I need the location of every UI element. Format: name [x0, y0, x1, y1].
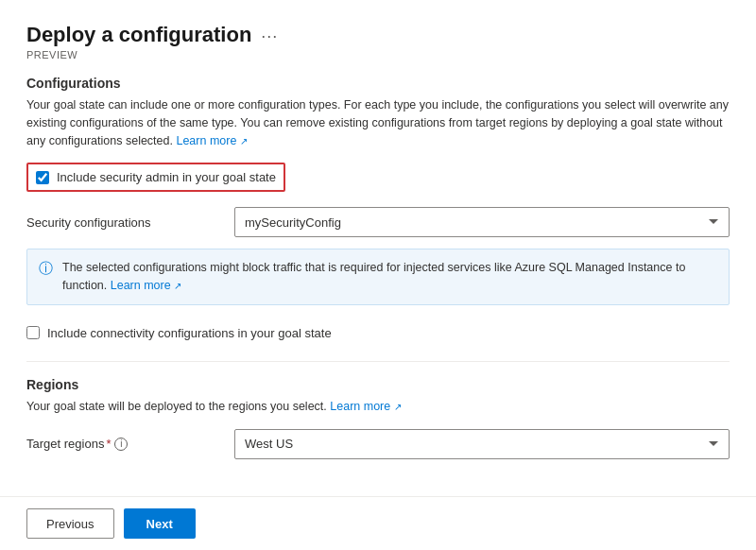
previous-button[interactable]: Previous [26, 508, 114, 539]
security-info-box: ⓘ The selected configurations might bloc… [26, 249, 730, 305]
configurations-description: Your goal state can include one or more … [26, 96, 730, 149]
page-title: Deploy a configuration [26, 23, 251, 47]
security-configurations-select[interactable]: mySecurityConfig [234, 207, 730, 237]
regions-description: Your goal state will be deployed to the … [26, 398, 730, 416]
target-regions-label: Target regions * i [26, 437, 234, 451]
security-configurations-row: Security configurations mySecurityConfig [26, 207, 730, 237]
external-link-icon: ↗ [240, 136, 248, 146]
security-admin-checkbox[interactable] [36, 171, 49, 184]
target-regions-select[interactable]: West US East US Central US West Europe E… [234, 429, 730, 459]
connectivity-checkbox-label[interactable]: Include connectivity configurations in y… [47, 326, 332, 340]
preview-badge: PREVIEW [26, 49, 730, 60]
footer: Previous Next [0, 496, 756, 550]
section-divider [26, 361, 730, 362]
configurations-section-title: Configurations [26, 76, 730, 91]
target-regions-control: West US East US Central US West Europe E… [234, 429, 730, 459]
security-configurations-control: mySecurityConfig [234, 207, 730, 237]
target-regions-row: Target regions * i West US East US Centr… [26, 429, 730, 459]
regions-external-link-icon: ↗ [394, 402, 402, 412]
connectivity-checkbox[interactable] [26, 326, 40, 339]
configurations-learn-more-link[interactable]: Learn more ↗ [176, 134, 247, 147]
security-info-text: The selected configurations might block … [62, 259, 717, 295]
required-star: * [106, 437, 111, 451]
security-configurations-label: Security configurations [26, 215, 234, 230]
regions-learn-more-link[interactable]: Learn more ↗ [330, 400, 401, 413]
security-admin-checkbox-label[interactable]: Include security admin in your goal stat… [57, 170, 276, 184]
info-external-link-icon: ↗ [174, 281, 181, 291]
connectivity-checkbox-row: Include connectivity configurations in y… [26, 320, 730, 346]
ellipsis-menu-button[interactable]: ··· [261, 26, 278, 46]
target-regions-info-icon[interactable]: i [114, 438, 128, 451]
security-admin-checkbox-row: Include security admin in your goal stat… [26, 163, 285, 192]
info-learn-more-link[interactable]: Learn more ↗ [111, 279, 181, 292]
next-button[interactable]: Next [124, 508, 196, 539]
regions-section-title: Regions [26, 377, 730, 392]
info-icon: ⓘ [39, 260, 53, 278]
